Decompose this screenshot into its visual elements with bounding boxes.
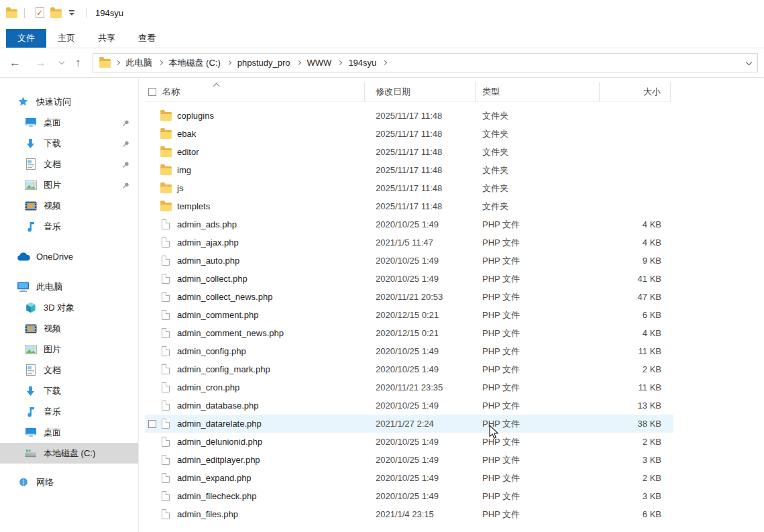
file-type: PHP 文件 [476,219,600,231]
breadcrumb-chevron-icon[interactable] [382,60,387,65]
folder-icon [160,148,172,157]
file-row[interactable]: admin_comment_news.php 2020/12/15 0:21 P… [146,324,673,342]
file-row[interactable]: ebak 2025/11/17 11:48 文件夹 [146,125,673,143]
navigation-pane: 快速访问 桌面 下载 文档 图片 视频 音乐 [0,78,139,532]
file-type: PHP 文件 [476,237,600,249]
file-size: 2 KB [600,437,671,447]
navigation-bar: ← → ↑ 此电脑 本地磁盘 (C:) phpstudy_pro WWW 194… [0,48,764,78]
sidebar-item-this-pc[interactable]: 此电脑 [0,276,138,297]
file-date: 2020/10/25 1:49 [365,364,476,374]
file-row-hovered[interactable]: admin_datarelate.php 2021/1/27 2:24 PHP … [146,415,673,433]
breadcrumb-chevron-icon[interactable] [115,60,119,65]
row-checkbox[interactable] [148,420,156,428]
tab-view[interactable]: 查看 [127,29,167,48]
breadcrumb-phpstudy-pro[interactable]: phpstudy_pro [236,58,292,68]
sidebar-item-onedrive[interactable]: OneDrive [0,246,138,267]
sidebar-item-local-disk-c[interactable]: 本地磁盘 (C:) [0,443,138,464]
qat-properties-button[interactable] [32,5,48,21]
file-row[interactable]: admin_collect_news.php 2020/11/21 20:53 … [146,288,673,306]
file-row[interactable]: admin_auto.php 2020/10/25 1:49 PHP 文件 9 … [146,252,673,270]
file-row[interactable]: admin_collect.php 2020/10/25 1:49 PHP 文件… [146,270,673,288]
desktop-icon [23,427,38,437]
recent-locations-chevron-icon[interactable] [59,59,64,64]
file-row[interactable]: admin_ajax.php 2021/1/5 11:47 PHP 文件 4 K… [146,233,673,252]
column-header-size[interactable]: 大小 [600,82,671,101]
file-date: 2020/10/25 1:49 [365,473,476,483]
file-size: 11 KB [600,346,671,356]
breadcrumb-chevron-icon[interactable] [337,60,342,65]
file-size: 47 KB [600,292,671,302]
sidebar-item-desktop[interactable]: 桌面 [0,112,138,133]
file-row[interactable]: admin_config_mark.php 2020/10/25 1:49 PH… [146,360,673,378]
tab-home[interactable]: 主页 [46,29,87,48]
file-row[interactable]: admin_cron.php 2020/11/21 23:35 PHP 文件 1… [146,378,673,396]
file-row[interactable]: js 2025/11/17 11:48 文件夹 [146,179,673,197]
window-title: 194syu [95,8,123,18]
pictures-icon [23,180,38,190]
breadcrumb-chevron-icon[interactable] [158,60,162,65]
folder-icon [160,203,172,211]
file-row[interactable]: admin_editplayer.php 2020/10/25 1:49 PHP… [146,451,673,469]
sidebar-item-music[interactable]: 音乐 [0,401,138,422]
sidebar-item-documents[interactable]: 文档 [0,154,138,174]
column-header-name[interactable]: 名称 [146,82,365,101]
address-bar[interactable]: 此电脑 本地磁盘 (C:) phpstudy_pro WWW 194syu [93,53,759,72]
breadcrumb-chevron-icon[interactable] [296,60,301,65]
file-name: admin_auto.php [177,256,239,266]
sidebar-item-desktop[interactable]: 桌面 [0,422,138,443]
file-type: 文件夹 [476,164,600,176]
file-date: 2025/11/17 11:48 [365,201,476,211]
file-row[interactable]: editor 2025/11/17 11:48 文件夹 [146,143,673,161]
sidebar-item-pictures[interactable]: 图片 [0,339,138,360]
file-icon [162,455,170,465]
file-name: admin_ajax.php [177,237,239,248]
music-note-icon [23,221,38,232]
file-row[interactable]: admin_ads.php 2020/10/25 1:49 PHP 文件 4 K… [146,215,673,233]
breadcrumb-www[interactable]: WWW [306,58,333,68]
qat-customize-button[interactable] [64,5,80,21]
file-row[interactable]: admin_expand.php 2020/10/25 1:49 PHP 文件 … [146,469,673,487]
file-icon [162,364,170,374]
back-button[interactable]: ← [7,57,23,68]
breadcrumb-194syu[interactable]: 194syu [347,58,378,68]
onedrive-cloud-icon [16,252,30,261]
pin-icon [122,140,129,150]
file-row[interactable]: admin_delunionid.php 2020/10/25 1:49 PHP… [146,433,673,451]
file-name: admin_delunionid.php [177,437,262,447]
column-header-type[interactable]: 类型 [476,82,600,101]
sidebar-item-network[interactable]: 网络 [0,472,138,492]
file-row[interactable]: admin_files.php 2021/1/4 23:15 PHP 文件 6 … [146,505,673,523]
breadcrumb-local-disk-c[interactable]: 本地磁盘 (C:) [168,57,222,69]
file-name: admin_collect.php [177,274,248,284]
file-row[interactable]: coplugins 2025/11/17 11:48 文件夹 [146,107,673,125]
sidebar-item-pictures[interactable]: 图片 [0,174,138,195]
address-dropdown-chevron-icon[interactable] [746,58,753,65]
sidebar-item-downloads[interactable]: 下载 [0,133,138,154]
sidebar-item-music[interactable]: 音乐 [0,216,138,237]
file-date: 2021/1/5 11:47 [365,237,476,248]
file-row[interactable]: templets 2025/11/17 11:48 文件夹 [146,197,673,215]
breadcrumb-this-pc[interactable]: 此电脑 [125,57,154,69]
file-row[interactable]: admin_config.php 2020/10/25 1:49 PHP 文件 … [146,342,673,360]
sidebar-item-3d-objects[interactable]: 3D 对象 [0,297,138,318]
column-header-date-modified[interactable]: 修改日期 [365,82,476,101]
sidebar-item-videos[interactable]: 视频 [0,318,138,339]
tab-file[interactable]: 文件 [6,29,46,48]
up-button[interactable]: ↑ [72,57,84,68]
pin-icon [122,160,129,170]
forward-button[interactable]: → [32,57,49,68]
tab-share[interactable]: 共享 [87,29,127,48]
sidebar-item-videos[interactable]: 视频 [0,195,138,216]
file-name: admin_filecheck.php [177,491,257,501]
file-row[interactable]: img 2025/11/17 11:48 文件夹 [146,161,673,179]
file-row[interactable]: admin_comment.php 2020/12/15 0:21 PHP 文件… [146,306,673,324]
sidebar-item-documents[interactable]: 文档 [0,360,138,380]
file-row[interactable]: admin_filecheck.php 2020/10/25 1:49 PHP … [146,487,673,505]
file-icon [162,401,170,411]
select-all-checkbox[interactable] [148,88,156,96]
sidebar-item-downloads[interactable]: 下载 [0,380,138,401]
qat-new-folder-button[interactable] [48,5,64,21]
file-row[interactable]: admin_database.php 2020/10/25 1:49 PHP 文… [146,396,673,415]
breadcrumb-chevron-icon[interactable] [227,60,231,65]
sidebar-item-quick-access[interactable]: 快速访问 [0,91,138,112]
